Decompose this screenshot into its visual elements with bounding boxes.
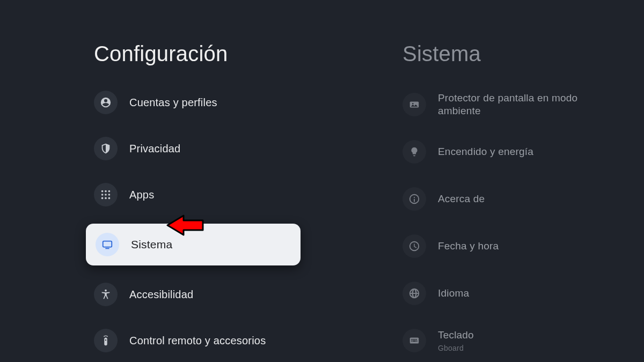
svg-rect-21: [412, 341, 413, 342]
svg-point-15: [412, 103, 413, 104]
system-item-label: Teclado: [438, 329, 474, 342]
svg-rect-23: [416, 341, 418, 342]
svg-point-7: [105, 197, 107, 200]
menu-item-remotes[interactable]: Control remoto y accesorios: [86, 323, 301, 358]
account-icon: [94, 91, 118, 114]
shield-icon: [94, 137, 118, 160]
svg-point-3: [101, 194, 104, 196]
system-item-keyboard[interactable]: Teclado Gboard: [402, 326, 644, 356]
svg-point-6: [101, 197, 104, 200]
subpanel-title: Sistema: [402, 42, 644, 66]
system-item-sublabel: Gboard: [438, 344, 474, 352]
menu-item-accounts[interactable]: Cuentas y perfiles: [86, 85, 301, 120]
system-item-ambient[interactable]: Protector de pantalla en modo ambiente: [402, 90, 644, 120]
svg-point-13: [105, 339, 106, 341]
bulb-icon: [402, 140, 426, 164]
system-item-power[interactable]: Encendido y energía: [402, 137, 644, 167]
system-item-label: Acerca de: [438, 193, 485, 205]
svg-point-5: [108, 194, 111, 196]
svg-point-11: [105, 290, 107, 292]
apps-grid-icon: [94, 183, 118, 206]
system-item-label: Protector de pantalla en modo ambiente: [438, 92, 588, 117]
svg-point-2: [108, 190, 111, 193]
svg-rect-22: [413, 341, 416, 342]
svg-rect-17: [412, 339, 413, 340]
menu-item-label: Privacidad: [129, 143, 180, 155]
system-item-label: Fecha y hora: [438, 240, 499, 253]
system-item-language[interactable]: Idioma: [402, 278, 644, 308]
accessibility-icon: [94, 283, 118, 306]
system-item-datetime[interactable]: Fecha y hora: [402, 231, 644, 261]
globe-icon: [402, 282, 426, 305]
tv-icon: [96, 233, 119, 256]
svg-rect-18: [413, 339, 414, 340]
svg-rect-12: [104, 338, 107, 346]
svg-rect-20: [416, 339, 417, 340]
menu-item-label: Apps: [129, 189, 154, 201]
menu-item-label: Accesibilidad: [129, 289, 193, 301]
menu-item-apps[interactable]: Apps: [86, 178, 301, 212]
menu-item-privacy[interactable]: Privacidad: [86, 131, 301, 166]
clock-icon: [402, 234, 426, 258]
ambient-icon: [402, 93, 426, 116]
menu-item-system[interactable]: Sistema: [86, 224, 301, 265]
remote-icon: [94, 329, 118, 352]
menu-item-label: Control remoto y accesorios: [129, 335, 266, 347]
menu-item-accessibility[interactable]: Accesibilidad: [86, 277, 301, 312]
svg-point-8: [108, 197, 111, 200]
page-title: Configuración: [94, 42, 301, 66]
svg-point-1: [105, 190, 107, 193]
settings-left-panel: Configuración Cuentas y perfiles Privaci…: [0, 0, 301, 362]
svg-point-0: [101, 190, 104, 193]
svg-rect-19: [414, 339, 415, 340]
menu-item-label: Cuentas y perfiles: [129, 97, 217, 109]
settings-right-panel: Sistema Protector de pantalla en modo am…: [402, 0, 644, 362]
menu-item-label: Sistema: [131, 238, 172, 251]
info-icon: [402, 187, 426, 211]
settings-menu: Cuentas y perfiles Privacidad Apps Siste…: [0, 85, 301, 362]
svg-rect-9: [103, 241, 112, 247]
system-item-about[interactable]: Acerca de: [402, 184, 644, 214]
keyboard-icon: [402, 329, 426, 352]
system-item-label: Idioma: [438, 287, 469, 300]
svg-rect-14: [410, 102, 419, 108]
svg-point-4: [105, 194, 107, 196]
system-item-label: Encendido y energía: [438, 145, 533, 158]
